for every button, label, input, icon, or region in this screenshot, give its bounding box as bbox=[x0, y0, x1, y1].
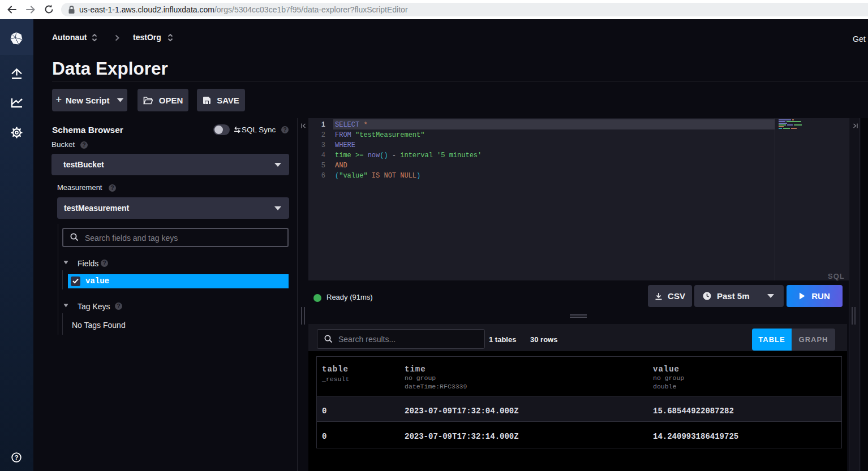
svg-text:?: ? bbox=[14, 454, 18, 461]
